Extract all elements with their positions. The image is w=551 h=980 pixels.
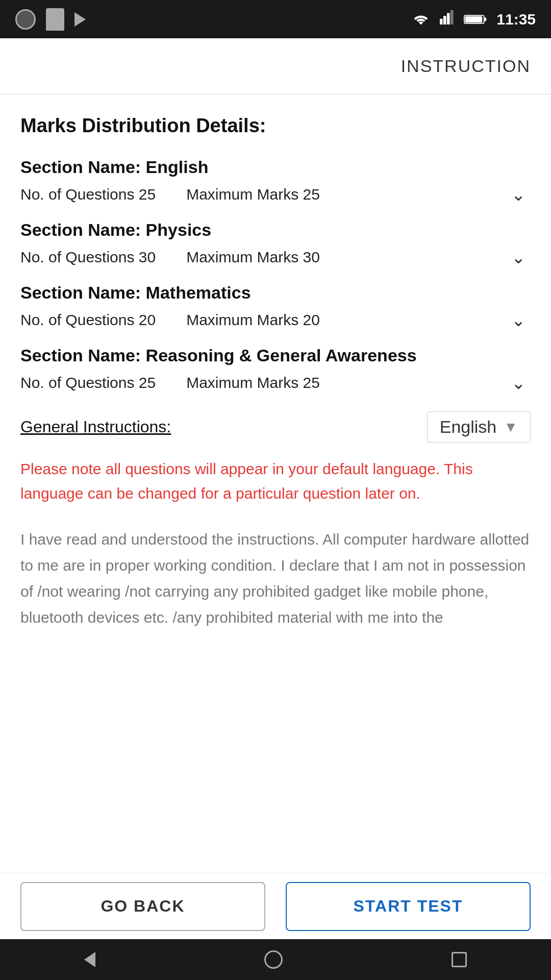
declaration-text: I have read and understood the instructi… bbox=[20, 526, 531, 630]
language-row: General Instructions: English ▼ bbox=[20, 411, 531, 443]
play-icon bbox=[74, 12, 86, 27]
section-english-questions: No. of Questions 25 bbox=[20, 186, 156, 203]
section-physics-questions: No. of Questions 30 bbox=[20, 249, 156, 266]
section-reasoning-chevron[interactable]: ⌄ bbox=[511, 373, 525, 393]
app-header: INSTRUCTION bbox=[0, 38, 551, 94]
section-physics-details-left: No. of Questions 30 Maximum Marks 30 bbox=[20, 249, 320, 266]
main-content: Marks Distribution Details: Section Name… bbox=[0, 94, 551, 873]
status-bar: 11:35 bbox=[0, 0, 551, 38]
status-bar-left bbox=[15, 8, 86, 31]
header-title: INSTRUCTION bbox=[401, 56, 531, 76]
time-display: 11:35 bbox=[496, 11, 536, 28]
nav-home-icon bbox=[264, 950, 283, 969]
svg-rect-2 bbox=[447, 13, 450, 24]
section-mathematics-name: Section Name: Mathematics bbox=[20, 283, 531, 303]
section-physics-details: No. of Questions 30 Maximum Marks 30 ⌄ bbox=[20, 247, 531, 267]
section-mathematics: Section Name: Mathematics No. of Questio… bbox=[20, 283, 531, 330]
bottom-buttons: GO BACK START TEST bbox=[0, 873, 551, 939]
battery-icon bbox=[464, 13, 487, 26]
nav-recent-icon bbox=[452, 952, 467, 967]
svg-rect-5 bbox=[484, 17, 486, 21]
language-selector[interactable]: English ▼ bbox=[427, 411, 531, 443]
section-physics-name: Section Name: Physics bbox=[20, 220, 531, 240]
section-physics: Section Name: Physics No. of Questions 3… bbox=[20, 220, 531, 267]
general-instructions-label: General Instructions: bbox=[20, 418, 171, 436]
marks-distribution-title: Marks Distribution Details: bbox=[20, 115, 531, 137]
wifi-icon bbox=[412, 12, 430, 27]
section-reasoning-marks: Maximum Marks 25 bbox=[186, 374, 320, 391]
section-english: Section Name: English No. of Questions 2… bbox=[20, 157, 531, 205]
section-english-details: No. of Questions 25 Maximum Marks 25 ⌄ bbox=[20, 184, 531, 205]
section-mathematics-questions: No. of Questions 20 bbox=[20, 311, 156, 329]
language-dropdown-arrow: ▼ bbox=[504, 419, 518, 435]
svg-rect-1 bbox=[443, 16, 446, 24]
sd-card-icon bbox=[46, 8, 64, 31]
section-reasoning-questions: No. of Questions 25 bbox=[20, 374, 156, 391]
svg-rect-3 bbox=[450, 10, 454, 24]
nav-back-icon bbox=[84, 952, 95, 967]
notification-icon bbox=[15, 9, 36, 30]
section-reasoning-details-left: No. of Questions 25 Maximum Marks 25 bbox=[20, 374, 320, 391]
red-notice: Please note all questions will appear in… bbox=[20, 457, 531, 506]
language-selected: English bbox=[440, 417, 497, 437]
section-english-marks: Maximum Marks 25 bbox=[186, 186, 320, 203]
nav-back-button[interactable] bbox=[84, 952, 95, 967]
section-mathematics-details-left: No. of Questions 20 Maximum Marks 20 bbox=[20, 311, 320, 329]
svg-rect-0 bbox=[440, 19, 443, 24]
section-english-details-left: No. of Questions 25 Maximum Marks 25 bbox=[20, 186, 320, 203]
section-physics-marks: Maximum Marks 30 bbox=[186, 249, 320, 266]
section-physics-chevron[interactable]: ⌄ bbox=[511, 247, 525, 267]
svg-rect-6 bbox=[465, 16, 483, 22]
go-back-button[interactable]: GO BACK bbox=[20, 882, 265, 931]
section-reasoning: Section Name: Reasoning & General Awaren… bbox=[20, 346, 531, 393]
start-test-button[interactable]: START TEST bbox=[286, 882, 531, 931]
section-mathematics-details: No. of Questions 20 Maximum Marks 20 ⌄ bbox=[20, 310, 531, 330]
nav-recent-button[interactable] bbox=[452, 952, 467, 967]
android-nav-bar bbox=[0, 939, 551, 980]
section-english-chevron[interactable]: ⌄ bbox=[511, 184, 525, 205]
section-reasoning-details: No. of Questions 25 Maximum Marks 25 ⌄ bbox=[20, 373, 531, 393]
section-english-name: Section Name: English bbox=[20, 157, 531, 177]
section-reasoning-name: Section Name: Reasoning & General Awaren… bbox=[20, 346, 531, 365]
section-mathematics-chevron[interactable]: ⌄ bbox=[511, 310, 525, 330]
section-mathematics-marks: Maximum Marks 20 bbox=[186, 311, 320, 329]
status-bar-right: 11:35 bbox=[412, 10, 536, 28]
nav-home-button[interactable] bbox=[264, 950, 283, 969]
signal-icon bbox=[439, 10, 455, 28]
